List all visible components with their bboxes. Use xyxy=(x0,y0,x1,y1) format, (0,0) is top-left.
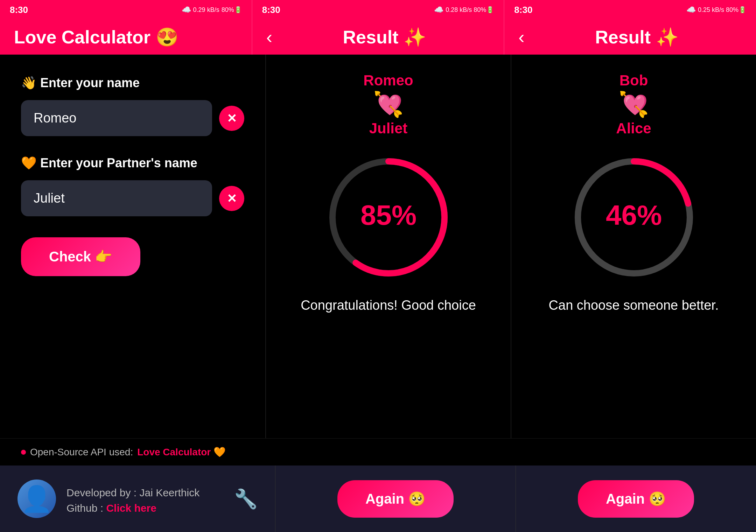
back-button-1[interactable]: ‹ xyxy=(266,27,272,48)
calculator-panel: 👋 Enter your name ✕ 🧡 Enter your Partner… xyxy=(0,55,266,438)
signal-3: 0.25 kB/s 80%🔋 xyxy=(698,6,746,14)
circle2-container: 46% xyxy=(567,151,700,284)
name-label: 👋 Enter your name xyxy=(21,76,140,90)
status-icons-1: ☁️ 0.29 kB/s 80%🔋 xyxy=(182,5,242,14)
name-input-row: ✕ xyxy=(21,100,244,136)
percent2-text: 46% xyxy=(606,200,662,231)
partner-label: 🧡 Enter your Partner's name xyxy=(21,156,197,170)
header-bar: Love Calculator 😍 ‹ Result ✨ ‹ Result ✨ xyxy=(0,20,756,55)
api-dot xyxy=(21,450,26,455)
couple1-heart: 💘 xyxy=(373,91,404,118)
dev-info: Developed by : Jai Keerthick Github : Cl… xyxy=(66,483,200,514)
battery-1: 80%🔋 xyxy=(222,6,242,14)
again-button-1-label: Again 🥺 xyxy=(365,491,426,506)
circle1-container: 85% xyxy=(322,151,455,284)
check-button[interactable]: Check 👉 xyxy=(21,237,140,276)
app-container: 8:30 ☁️ 0.29 kB/s 80%🔋 8:30 ☁️ 0.28 kB/s… xyxy=(0,0,756,532)
status-icons-2: ☁️ 0.28 kB/s 80%🔋 xyxy=(434,5,494,14)
status-icons-3: ☁️ 0.25 kB/s 80%🔋 xyxy=(686,5,746,14)
result2-panel: Bob 💘 Alice 46% Can choose someone bette… xyxy=(511,55,756,438)
status-bars: 8:30 ☁️ 0.29 kB/s 80%🔋 8:30 ☁️ 0.28 kB/s… xyxy=(0,0,756,20)
again-button-2-label: Again 🥺 xyxy=(606,491,666,506)
dev-section: 👤 Developed by : Jai Keerthick Github : … xyxy=(0,465,275,532)
main-content: 👋 Enter your name ✕ 🧡 Enter your Partner… xyxy=(0,55,756,438)
cloud-icon-1: ☁️ xyxy=(182,5,191,14)
partner-input[interactable] xyxy=(21,180,212,216)
again-button-1[interactable]: Again 🥺 xyxy=(337,480,454,518)
github-row: Github : Click here xyxy=(66,502,200,514)
name-input[interactable] xyxy=(21,100,212,136)
result-title-2: Result ✨ xyxy=(532,27,742,48)
time-3: 8:30 xyxy=(514,5,532,15)
again-button-2[interactable]: Again 🥺 xyxy=(578,480,694,518)
couple1-display: Romeo 💘 Juliet xyxy=(363,72,413,137)
circle1-svg: 85% xyxy=(322,151,455,284)
tool-icon: 🔧 xyxy=(234,488,258,509)
header-result1: ‹ Result ✨ xyxy=(252,20,504,55)
avatar: 👤 xyxy=(18,479,56,518)
partner-label-row: 🧡 Enter your Partner's name xyxy=(21,156,244,170)
couple1-name1: Romeo xyxy=(363,72,413,89)
dev-footer: 👤 Developed by : Jai Keerthick Github : … xyxy=(0,465,756,532)
time-1: 8:30 xyxy=(10,5,28,15)
status-bar-2: 8:30 ☁️ 0.28 kB/s 80%🔋 xyxy=(252,0,504,20)
again-section-1: Again 🥺 xyxy=(275,465,516,532)
couple2-display: Bob 💘 Alice xyxy=(616,72,651,137)
time-2: 8:30 xyxy=(262,5,280,15)
cloud-icon-2: ☁️ xyxy=(434,5,443,14)
couple1-name2: Juliet xyxy=(369,120,408,137)
signal-2: 0.28 kB/s 80%🔋 xyxy=(446,6,494,14)
signal-1: 0.29 kB/s xyxy=(193,6,219,14)
github-link[interactable]: Click here xyxy=(106,502,156,514)
name-label-row: 👋 Enter your name xyxy=(21,76,244,90)
clear-name-button[interactable]: ✕ xyxy=(219,106,244,131)
github-label: Github : xyxy=(66,502,103,514)
api-footer: Open-Source API used: Love Calculator 🧡 xyxy=(0,438,756,465)
status-bar-3: 8:30 ☁️ 0.25 kB/s 80%🔋 xyxy=(504,0,756,20)
couple2-name1: Bob xyxy=(620,72,648,89)
cloud-icon-3: ☁️ xyxy=(686,5,696,14)
result1-message: Congratulations! Good choice xyxy=(301,298,476,313)
tool-icon-container: 🔧 xyxy=(234,488,258,510)
status-bar-1: 8:30 ☁️ 0.29 kB/s 80%🔋 xyxy=(0,0,252,20)
header-main: Love Calculator 😍 xyxy=(0,20,252,55)
partner-input-row: ✕ xyxy=(21,180,244,216)
couple2-heart: 💘 xyxy=(618,91,649,118)
header-result2: ‹ Result ✨ xyxy=(504,20,756,55)
api-label: Open-Source API used: xyxy=(30,447,133,458)
couple2-name2: Alice xyxy=(616,120,651,137)
result-title-1: Result ✨ xyxy=(279,27,490,48)
avatar-emoji: 👤 xyxy=(21,484,52,514)
clear-partner-button[interactable]: ✕ xyxy=(219,186,244,211)
app-title: Love Calculator 😍 xyxy=(14,27,178,48)
check-button-label: Check 👉 xyxy=(49,249,112,264)
again-section-2: Again 🥺 xyxy=(516,465,756,532)
circle2-svg: 46% xyxy=(567,151,700,284)
api-link[interactable]: Love Calculator 🧡 xyxy=(137,446,226,458)
dev-name: Developed by : Jai Keerthick xyxy=(66,483,200,502)
result1-panel: Romeo 💘 Juliet 85% Congratulations! Good… xyxy=(266,55,511,438)
back-button-2[interactable]: ‹ xyxy=(518,27,524,48)
percent1-text: 85% xyxy=(360,200,416,231)
result2-message: Can choose someone better. xyxy=(549,298,719,313)
